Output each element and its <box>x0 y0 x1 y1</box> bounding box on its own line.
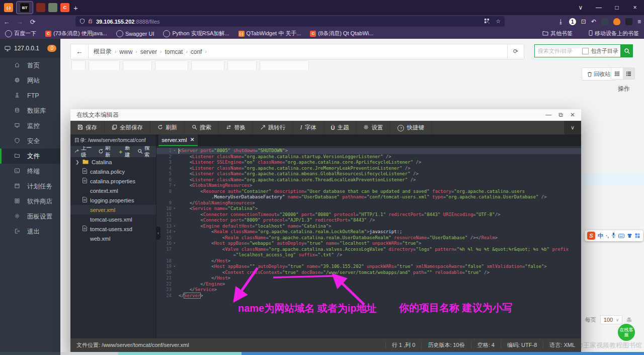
bookmark-item-0[interactable]: 百度一下 <box>5 30 36 37</box>
code-line-3[interactable]: 3 <Listener SSLEngine="on" className="or… <box>156 160 581 166</box>
code-line-23[interactable]: 23 </Service> <box>156 287 581 293</box>
bookmark-item-1[interactable]: C(73条消息) 使用java... <box>45 30 107 37</box>
lock-disabled-icon[interactable] <box>88 18 93 25</box>
tree-item-context.xml[interactable]: context.xml <box>70 186 156 195</box>
list-view-icon[interactable] <box>623 68 634 79</box>
code-line-wrap[interactable]: ="localhost_access_log" suffix=".txt" /> <box>156 252 581 258</box>
punctuation-icon[interactable]: ·, <box>606 233 609 239</box>
bookmark-star-icon[interactable]: ☆ <box>496 18 501 25</box>
minimize-icon[interactable]: — <box>590 4 608 11</box>
code-line-22[interactable]: 22 </Engine> <box>156 281 581 288</box>
code-line-16[interactable]: 16▾ <Host appBase="webapps" autoDeploy="… <box>156 241 581 247</box>
qt-favicon[interactable]: (-) <box>4 3 13 12</box>
file-tab-server-xml[interactable]: server.xml ✕ <box>158 134 198 146</box>
screenshot-icon[interactable]: ⊡ <box>581 18 586 25</box>
sogou-logo[interactable]: S <box>587 232 595 240</box>
minimize-icon[interactable]: — <box>545 111 551 118</box>
code-line-19[interactable]: 19▾ <Host appBase="" autoDeploy="true" n… <box>156 264 581 270</box>
sidebar-item-FTP[interactable]: FTP <box>0 88 60 103</box>
editor-button-替换[interactable]: 替换 <box>219 121 253 134</box>
fold-icon[interactable]: ▾ <box>174 224 176 230</box>
sidebar-item-计划任务[interactable]: 计划任务 <box>0 179 60 194</box>
extension-icon-1[interactable] <box>601 18 608 25</box>
tree-action-搜索[interactable]: 搜索 <box>137 146 152 159</box>
editor-button-快捷键[interactable]: ?快捷键 <box>390 121 432 134</box>
editor-button-全部保存[interactable]: 全部保存 <box>105 121 150 134</box>
close-icon[interactable]: ✕ <box>570 111 575 118</box>
fold-icon[interactable]: ▾ <box>174 229 176 235</box>
tree-action-上一级[interactable]: 上一级 <box>74 146 93 159</box>
include-subdir-checkbox[interactable]: 包含子目录 <box>582 47 620 55</box>
code-line-18[interactable]: 18 </Host> <box>156 258 581 264</box>
sidebar-item-面板设置[interactable]: 面板设置 <box>0 209 60 224</box>
other-bookmarks[interactable]: 其他书签 <box>542 30 573 37</box>
editor-title-bar[interactable]: 在线文本编辑器 — ⧉ ✕ <box>70 109 581 121</box>
qr-code-icon[interactable] <box>484 18 490 25</box>
code-line-wrap[interactable]: .MemoryUserDatabaseFactory" name="UserDa… <box>156 194 581 200</box>
bt-favicon[interactable]: BT <box>20 3 30 13</box>
menu-icon[interactable]: ≡ <box>637 18 641 25</box>
code-line-14[interactable]: 14▾ <Realm className="org.apache.catalin… <box>156 229 581 235</box>
editor-button-搜索[interactable]: 搜索 <box>185 121 219 134</box>
code-line-6[interactable]: 6 <Listener className="org.apache.catali… <box>156 177 581 183</box>
editor-button-字体[interactable]: I字体 <box>293 121 324 134</box>
code-line-12[interactable]: 12 <Connector port="8009" protocol="AJP/… <box>156 218 581 224</box>
extension-icon-2[interactable] <box>625 18 632 25</box>
skin-icon[interactable] <box>627 231 632 240</box>
code-line-20[interactable]: 20 <Context crossContext="true" docBase=… <box>156 270 581 276</box>
sidebar-item-安全[interactable]: 安全 <box>0 133 60 149</box>
search-input[interactable]: 搜索文件/目录 包含子目录 <box>534 44 621 57</box>
code-line-24[interactable]: 24</Server> <box>156 293 581 299</box>
code-line-7[interactable]: 7▾ <GlobalNamingResources> <box>156 183 581 189</box>
fold-icon[interactable]: ▾ <box>174 206 176 212</box>
code-line-4[interactable]: 4 <Listener className="org.apache.catali… <box>156 166 581 172</box>
sidebar-history-icon[interactable]: ↶ <box>591 18 596 25</box>
code-line-21[interactable]: 21 </Host> <box>156 275 581 281</box>
mobile-bookmarks[interactable]: 移动设备上的书签 <box>589 30 639 37</box>
breadcrumb-segment-conf[interactable]: conf <box>191 48 202 55</box>
toolbox-icon[interactable] <box>635 231 640 240</box>
code-editor[interactable]: 1▾<Server port="8005" shutdown="SHUTDOWN… <box>156 146 581 338</box>
tree-item-catalina.policy[interactable]: catalina.policy <box>70 167 156 176</box>
tree-item-server.xml[interactable]: server.xml <box>70 205 156 215</box>
tree-item-logging.properties[interactable]: logging.properties <box>70 195 156 205</box>
bookmark-item-4[interactable]: (-)QTabWidget 中 关于... <box>238 30 301 37</box>
code-line-8[interactable]: 8 <Resource auth="Container" description… <box>156 189 581 195</box>
code-line-13[interactable]: 13▾ <Engine defaultHost="localhost" name… <box>156 224 581 230</box>
fold-icon[interactable]: ▾ <box>174 241 176 247</box>
toolbar-collapse-icon[interactable]: ∨ <box>564 121 581 134</box>
sidebar-item-首页[interactable]: 首页 <box>0 58 60 73</box>
back-icon[interactable]: ← <box>71 45 89 58</box>
close-icon[interactable]: × <box>626 4 644 11</box>
sidebar-item-数据库[interactable]: 数据库 <box>0 103 60 118</box>
editor-button-设置[interactable]: 设置 <box>356 121 390 134</box>
shield-icon[interactable] <box>79 18 85 25</box>
sidebar-item-软件商店[interactable]: 软件商店 <box>0 194 60 209</box>
tree-item-web.xml[interactable]: web.xml <box>70 234 156 243</box>
sidebar-item-文件[interactable]: 文件 <box>0 149 60 164</box>
collapse-tree-icon[interactable]: ‹ <box>156 227 160 240</box>
back-icon[interactable]: ← <box>0 18 13 26</box>
sidebar-item-网站[interactable]: 网站 <box>0 73 60 88</box>
code-line-9[interactable]: 9 </GlobalNamingResources> <box>156 200 581 206</box>
tree-item-catalina.properties[interactable]: catalina.properties <box>70 176 156 186</box>
browser-tab-active[interactable]: BT <box>16 1 33 14</box>
code-line-10[interactable]: 10▾ <Service name="Catalina"> <box>156 206 581 212</box>
maximize-icon[interactable]: ⧉ <box>558 111 563 118</box>
bookmark-item-2[interactable]: Swagger UI <box>116 30 154 37</box>
metamask-icon[interactable] <box>613 18 620 25</box>
image-favicon[interactable] <box>48 3 57 12</box>
server-host[interactable]: 127.0.0.1 0 <box>0 39 60 58</box>
code-line-1[interactable]: 1▾<Server port="8005" shutdown="SHUTDOWN… <box>156 148 581 154</box>
close-tab-icon[interactable]: ✕ <box>190 136 194 143</box>
chinese-mode-icon[interactable]: 中 <box>598 232 603 240</box>
code-line-5[interactable]: 5 <Listener className="org.apache.catali… <box>156 171 581 177</box>
fold-icon[interactable]: ▾ <box>174 183 176 189</box>
grid-view-icon[interactable] <box>611 68 623 79</box>
restore-icon[interactable]: □ <box>608 4 626 11</box>
code-line-15[interactable]: 15 <Realm className="org.apache.catalina… <box>156 235 581 241</box>
breadcrumb-segment-server[interactable]: server <box>140 48 157 55</box>
site-favicon[interactable] <box>36 3 45 12</box>
breadcrumb-segment-tomcat[interactable]: tomcat <box>165 48 183 55</box>
bookmark-item-5[interactable]: C(8条消息) Qt QtabWi... <box>310 30 373 37</box>
